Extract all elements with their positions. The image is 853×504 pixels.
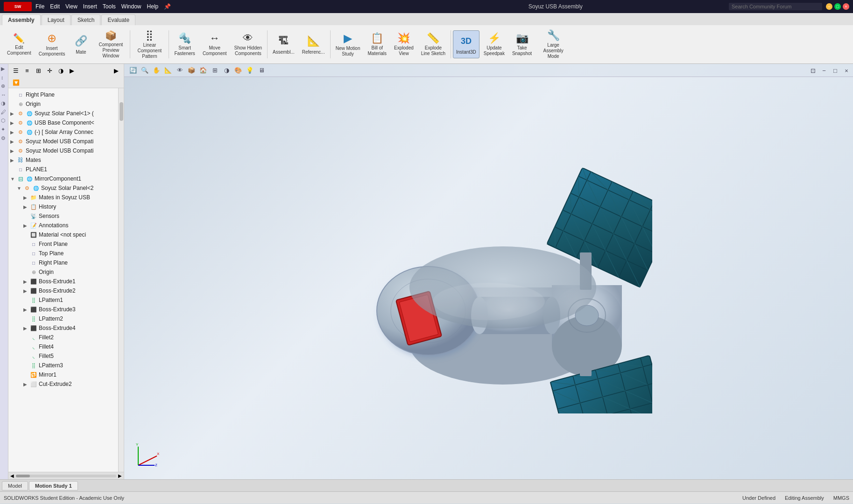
tree-item-mates[interactable]: ▶ ⛓ Mates xyxy=(8,155,118,165)
menu-pin[interactable]: 📌 xyxy=(164,3,171,10)
vp-lighting-icon[interactable]: ◑ xyxy=(221,65,232,76)
linear-pattern-button[interactable]: ⣿ Linear Component Pattern xyxy=(132,30,167,58)
rail-icon-3[interactable]: ⊕ xyxy=(1,83,7,89)
tree-item-sensors[interactable]: 📡 Sensors xyxy=(8,211,118,221)
rail-icon-7[interactable]: ⬡ xyxy=(1,118,7,124)
tree-item-soyuz-solar-1[interactable]: ▶ ⚙ 🌐 Soyuz Solar Panel<1> ( xyxy=(8,109,118,118)
tree-item-lpattern1[interactable]: ⣿ LPattern1 xyxy=(8,295,118,305)
instant3d-button[interactable]: 3D Instant3D xyxy=(453,30,479,58)
exploded-view-button[interactable]: 💥 ExplodedView xyxy=(391,30,417,58)
vp-grid-icon[interactable]: ⊞ xyxy=(210,65,220,76)
insert-components-button[interactable]: ⊕ InsertComponents xyxy=(35,30,69,58)
reference-button[interactable]: 📐 Referenc... xyxy=(299,30,328,58)
sidebar-tool-play[interactable]: ▶ xyxy=(67,65,77,76)
tree-item-boss-extrude3[interactable]: ▶ ⬛ Boss-Extrude3 xyxy=(8,305,118,314)
vp-hide-icon[interactable]: 📦 xyxy=(186,65,197,76)
sidebar-tool-grid[interactable]: ≡ xyxy=(22,65,32,76)
menu-tools[interactable]: Tools xyxy=(103,3,116,10)
tree-item-boss-extrude1[interactable]: ▶ ⬛ Boss-Extrude1 xyxy=(8,277,118,286)
3d-model-area[interactable]: X Y Z xyxy=(124,77,853,479)
tree-item-lpattern3[interactable]: ⣿ LPattern3 xyxy=(8,361,118,370)
tree-item-cut-extrude2[interactable]: ▶ ⬜ Cut-Extrude2 xyxy=(8,379,118,389)
tree-item-mates-in-soyuz[interactable]: ▶ 📁 Mates in Soyuz USB xyxy=(8,193,118,202)
rail-icon-8[interactable]: ✦ xyxy=(1,126,7,133)
tree-item-mirror1[interactable]: 🔁 Mirror1 xyxy=(8,370,118,379)
rail-icon-5[interactable]: ◑ xyxy=(1,100,7,106)
edit-component-button[interactable]: ✏️ EditComponent xyxy=(4,30,35,58)
tab-motion-study-1[interactable]: Motion Study 1 xyxy=(29,481,78,490)
tree-item-soyuz-model-2[interactable]: ▶ ⚙ Soyuz Model USB Compati xyxy=(8,146,118,155)
update-speedpak-button[interactable]: ⚡ UpdateSpeedpak xyxy=(480,30,508,58)
mate-button[interactable]: 🔗 Mate xyxy=(69,30,92,58)
tree-item-origin[interactable]: ⊕ Origin xyxy=(8,99,118,109)
vp-rotate-icon[interactable]: 🔄 xyxy=(128,65,138,76)
sidebar-tool-add[interactable]: ✛ xyxy=(44,65,55,76)
menu-window[interactable]: Window xyxy=(121,3,141,10)
menu-view[interactable]: View xyxy=(65,3,78,10)
tab-sketch[interactable]: Sketch xyxy=(71,14,101,25)
maximize-button[interactable]: □ xyxy=(834,3,841,10)
scrollbar-thumb[interactable] xyxy=(120,102,123,121)
vp-min-icon[interactable]: − xyxy=(819,65,829,76)
tree-item-fillet5[interactable]: ◟ Fillet5 xyxy=(8,351,118,361)
vp-zoom-icon[interactable]: 🔍 xyxy=(140,65,150,76)
vp-pan-icon[interactable]: ✋ xyxy=(151,65,162,76)
h-scrollbar-thumb[interactable] xyxy=(16,475,30,477)
tree-item-annotations[interactable]: ▶ 📝 Annotations xyxy=(8,221,118,230)
tree-item-top-plane[interactable]: □ Top Plane xyxy=(8,249,118,258)
vp-section-icon[interactable]: 📐 xyxy=(163,65,173,76)
vp-render-icon[interactable]: 🎨 xyxy=(233,65,243,76)
tree-item-right-plane-2[interactable]: □ Right Plane xyxy=(8,258,118,267)
sidebar-expand-arrow[interactable]: ▶ xyxy=(111,65,121,76)
vp-new-window-icon[interactable]: ⊡ xyxy=(808,65,818,76)
menu-edit[interactable]: Edit xyxy=(50,3,60,10)
vp-perspective-icon[interactable]: 💡 xyxy=(245,65,255,76)
sidebar-scrollbar[interactable] xyxy=(118,88,124,472)
component-preview-button[interactable]: 📦 ComponentPreview Window xyxy=(93,30,128,58)
menu-help[interactable]: Help xyxy=(147,3,159,10)
tab-assembly[interactable]: Assembly xyxy=(2,14,41,25)
smart-fasteners-button[interactable]: 🔩 SmartFasteners xyxy=(171,30,198,58)
vp-display-icon[interactable]: 🏠 xyxy=(198,65,208,76)
vp-close-icon[interactable]: × xyxy=(841,65,852,76)
explode-line-sketch-button[interactable]: 📏 ExplodeLine Sketch xyxy=(418,30,449,58)
sidebar-tool-tree[interactable]: ⊞ xyxy=(33,65,43,76)
satellite-model[interactable] xyxy=(325,143,652,413)
scroll-right-icon[interactable]: ▶ xyxy=(118,473,122,478)
sidebar-tool-display[interactable]: ◑ xyxy=(56,65,66,76)
tree-item-boss-extrude2[interactable]: ▶ ⬛ Boss-Extrude2 xyxy=(8,286,118,295)
show-hidden-button[interactable]: 👁 Show HiddenComponents xyxy=(231,30,265,58)
tree-item-material[interactable]: 🔲 Material <not speci xyxy=(8,230,118,239)
move-component-button[interactable]: ↔ MoveComponent xyxy=(199,30,230,58)
tree-item-plane1[interactable]: □ PLANE1 xyxy=(8,165,118,174)
take-snapshot-button[interactable]: 📷 TakeSnapshot xyxy=(509,30,535,58)
tree-item-soyuz-solar-2[interactable]: ▼ ⚙ 🌐 Soyuz Solar Panel<2 xyxy=(8,183,118,193)
vp-monitor-icon[interactable]: 🖥 xyxy=(256,65,267,76)
tree-item-usb-base[interactable]: ▶ ⚙ 🌐 USB Base Component< xyxy=(8,118,118,127)
tree-item-fillet4[interactable]: ◟ Fillet4 xyxy=(8,342,118,351)
tab-model[interactable]: Model xyxy=(2,481,28,490)
tree-item-solar-array[interactable]: ▶ ⚙ 🌐 (-) [ Solar Array Connec xyxy=(8,127,118,137)
rail-icon-2[interactable]: ↕ xyxy=(1,75,7,80)
tree-item-lpattern2[interactable]: ⣿ LPattern2 xyxy=(8,314,118,323)
tree-item-right-plane[interactable]: □ Right Plane xyxy=(8,90,118,99)
rail-icon-6[interactable]: 🖊 xyxy=(1,109,7,115)
tree-item-origin-2[interactable]: ⊕ Origin xyxy=(8,267,118,277)
viewport[interactable]: 🔄 🔍 ✋ 📐 👁 📦 🏠 ⊞ ◑ 🎨 💡 🖥 ⊡ − □ × xyxy=(124,64,853,479)
h-scrollbar-track[interactable] xyxy=(16,475,116,477)
menu-insert[interactable]: Insert xyxy=(83,3,97,10)
close-button[interactable]: × xyxy=(843,3,849,10)
large-assembly-mode-button[interactable]: 🔧 Large AssemblyMode xyxy=(536,30,571,58)
sidebar-filter-icon[interactable]: 🔽 xyxy=(11,77,21,88)
tree-item-mirror-comp1[interactable]: ▼ ⊟ 🌐 MirrorComponent1 xyxy=(8,174,118,183)
vp-max-icon[interactable]: □ xyxy=(830,65,840,76)
tree-item-history[interactable]: ▶ 📋 History xyxy=(8,202,118,211)
new-motion-study-button[interactable]: ▶ New MotionStudy xyxy=(332,30,364,58)
vp-view-icon[interactable]: 👁 xyxy=(175,65,185,76)
minimize-button[interactable]: − xyxy=(826,3,832,10)
rail-icon-4[interactable]: ↔ xyxy=(1,92,7,98)
tree-item-soyuz-model-1[interactable]: ▶ ⚙ Soyuz Model USB Compati xyxy=(8,137,118,146)
tree-item-front-plane[interactable]: □ Front Plane xyxy=(8,239,118,249)
sidebar-tool-list[interactable]: ☰ xyxy=(11,65,21,76)
menu-file[interactable]: File xyxy=(35,3,44,10)
